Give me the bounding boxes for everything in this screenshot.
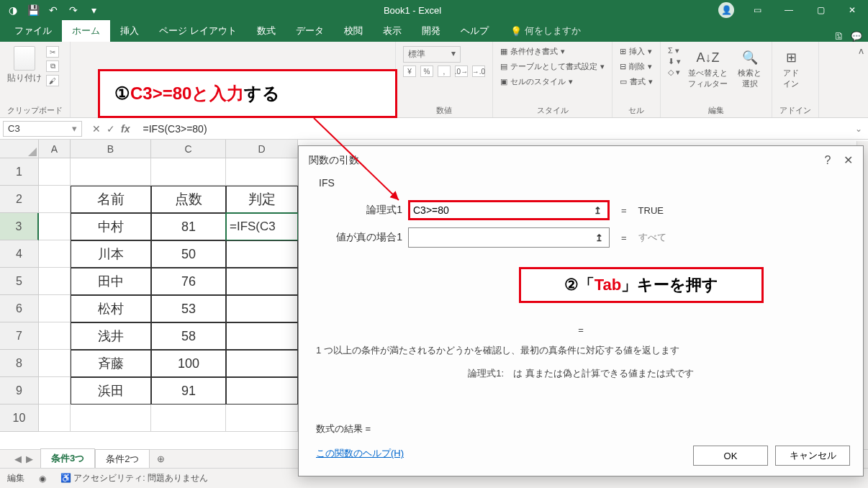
row-header-6[interactable]: 6 bbox=[0, 295, 39, 322]
row-header-8[interactable]: 8 bbox=[0, 350, 39, 377]
cell-d7[interactable] bbox=[226, 322, 298, 350]
cell-d6[interactable] bbox=[226, 295, 298, 322]
cell[interactable] bbox=[151, 158, 226, 186]
cell[interactable] bbox=[39, 158, 71, 186]
formula-input[interactable]: =IFS(C3>=80) bbox=[137, 121, 849, 137]
cell-d3-active[interactable]: =IFS(C3 bbox=[226, 213, 298, 240]
tab-dev[interactable]: 開発 bbox=[412, 20, 451, 42]
tab-review[interactable]: 校閲 bbox=[334, 20, 373, 42]
tab-help[interactable]: ヘルプ bbox=[451, 20, 499, 42]
maximize-button[interactable]: ▢ bbox=[805, 0, 836, 20]
qat-more-icon[interactable]: ▾ bbox=[86, 3, 101, 17]
save-icon[interactable]: 💾 bbox=[26, 3, 40, 17]
arg1-ref-icon[interactable]: ↥ bbox=[590, 203, 605, 217]
row-header-2[interactable]: 2 bbox=[0, 186, 39, 213]
cell-d4[interactable] bbox=[226, 240, 298, 268]
addin-button[interactable]: ⊞ アド イン bbox=[779, 46, 803, 92]
user-avatar[interactable]: 👤 bbox=[718, 2, 734, 18]
percent-icon[interactable]: % bbox=[420, 65, 433, 77]
row-header-9[interactable]: 9 bbox=[0, 377, 39, 405]
find-select-button[interactable]: 🔍 検索と 選択 bbox=[735, 46, 764, 92]
row-header-5[interactable]: 5 bbox=[0, 268, 39, 295]
cancel-edit-icon[interactable]: ✕ bbox=[92, 123, 101, 135]
cell[interactable] bbox=[39, 268, 71, 295]
delete-cells-button[interactable]: ⊟削除 ▾ bbox=[620, 61, 652, 72]
ok-button[interactable]: OK bbox=[693, 446, 768, 466]
expand-formula-bar-icon[interactable]: ⌄ bbox=[849, 124, 868, 134]
cell-d9[interactable] bbox=[226, 377, 298, 405]
autosum-button[interactable]: Σ ▾ bbox=[668, 46, 681, 55]
comma-icon[interactable]: , bbox=[438, 65, 451, 77]
cell-b9[interactable]: 浜田 bbox=[71, 377, 151, 405]
cell[interactable] bbox=[71, 158, 151, 186]
cell-styles-button[interactable]: ▣セルのスタイル ▾ bbox=[500, 76, 573, 87]
tab-data[interactable]: データ bbox=[286, 20, 334, 42]
close-button[interactable]: ✕ bbox=[836, 0, 868, 20]
arg1-input[interactable] bbox=[413, 204, 590, 216]
cell-d8[interactable] bbox=[226, 350, 298, 377]
copy-icon[interactable]: ⧉ bbox=[46, 60, 59, 72]
cell-c2[interactable]: 点数 bbox=[151, 186, 226, 213]
select-all-corner[interactable] bbox=[0, 140, 39, 158]
ribbon-options-icon[interactable]: ▭ bbox=[741, 0, 773, 20]
tab-view[interactable]: 表示 bbox=[373, 20, 412, 42]
cell-b3[interactable]: 中村 bbox=[71, 213, 151, 240]
sort-filter-button[interactable]: A↓Z 並べ替えと フィルター bbox=[685, 46, 731, 92]
table-format-button[interactable]: ▤テーブルとして書式設定 ▾ bbox=[500, 61, 605, 72]
cell-c5[interactable]: 76 bbox=[151, 268, 226, 295]
dialog-help-link[interactable]: この関数のヘルプ(H) bbox=[316, 447, 404, 460]
cell[interactable] bbox=[39, 240, 71, 268]
fill-button[interactable]: ⬇ ▾ bbox=[668, 57, 681, 66]
sheet-nav-next-icon[interactable]: ▶ bbox=[26, 453, 33, 464]
cell-c3[interactable]: 81 bbox=[151, 213, 226, 240]
number-format-dropdown[interactable]: 標準▾ bbox=[403, 46, 461, 63]
cut-icon[interactable]: ✂ bbox=[46, 46, 59, 58]
undo-icon[interactable]: ↶ bbox=[46, 3, 60, 17]
cell-c9[interactable]: 91 bbox=[151, 377, 226, 405]
cond-format-button[interactable]: ▦条件付き書式 ▾ bbox=[500, 46, 565, 57]
cell-d2[interactable]: 判定 bbox=[226, 186, 298, 213]
row-header-4[interactable]: 4 bbox=[0, 240, 39, 268]
sheet-tab-1[interactable]: 条件3つ bbox=[40, 448, 95, 470]
cell-c7[interactable]: 58 bbox=[151, 322, 226, 350]
collapse-ribbon-icon[interactable]: ʌ bbox=[859, 46, 864, 56]
dec-decimal-icon[interactable]: →.0 bbox=[472, 65, 485, 77]
row-header-1[interactable]: 1 bbox=[0, 158, 39, 186]
tab-layout[interactable]: ページ レイアウト bbox=[149, 20, 247, 42]
redo-icon[interactable]: ↷ bbox=[66, 3, 81, 17]
cell[interactable] bbox=[71, 405, 151, 432]
inc-decimal-icon[interactable]: .0→ bbox=[455, 65, 468, 77]
share-button[interactable]: 🖻 bbox=[834, 31, 844, 42]
col-header-c[interactable]: C bbox=[151, 140, 226, 158]
cell-b8[interactable]: 斉藤 bbox=[71, 350, 151, 377]
cell[interactable] bbox=[39, 186, 71, 213]
cell-b4[interactable]: 川本 bbox=[71, 240, 151, 268]
cell[interactable] bbox=[39, 295, 71, 322]
format-painter-icon[interactable]: 🖌 bbox=[46, 75, 59, 86]
cell-c4[interactable]: 50 bbox=[151, 240, 226, 268]
col-header-a[interactable]: A bbox=[39, 140, 71, 158]
col-header-b[interactable]: B bbox=[71, 140, 151, 158]
currency-icon[interactable]: ¥ bbox=[403, 65, 416, 77]
cancel-button[interactable]: キャンセル bbox=[775, 446, 850, 466]
cell[interactable] bbox=[39, 350, 71, 377]
cell-c6[interactable]: 53 bbox=[151, 295, 226, 322]
tell-me[interactable]: 💡何をしますか bbox=[506, 20, 585, 42]
sheet-tab-2[interactable]: 条件2つ bbox=[95, 449, 150, 469]
paste-button[interactable]: 貼り付け bbox=[7, 46, 42, 84]
cell[interactable] bbox=[39, 213, 71, 240]
comments-button[interactable]: 💬 bbox=[851, 31, 862, 42]
row-header-7[interactable]: 7 bbox=[0, 322, 39, 350]
fx-icon[interactable]: fx bbox=[121, 123, 130, 135]
row-header-10[interactable]: 10 bbox=[0, 405, 39, 432]
tab-file[interactable]: ファイル bbox=[4, 20, 62, 42]
dialog-help-icon[interactable]: ? bbox=[824, 154, 831, 166]
tab-home[interactable]: ホーム bbox=[62, 20, 110, 42]
arg2-ref-icon[interactable]: ↥ bbox=[592, 230, 606, 245]
cell[interactable] bbox=[226, 158, 298, 186]
cell[interactable] bbox=[226, 405, 298, 432]
cell-b5[interactable]: 田中 bbox=[71, 268, 151, 295]
tab-insert[interactable]: 挿入 bbox=[110, 20, 149, 42]
format-cells-button[interactable]: ▭書式 ▾ bbox=[620, 76, 653, 87]
cell-d5[interactable] bbox=[226, 268, 298, 295]
